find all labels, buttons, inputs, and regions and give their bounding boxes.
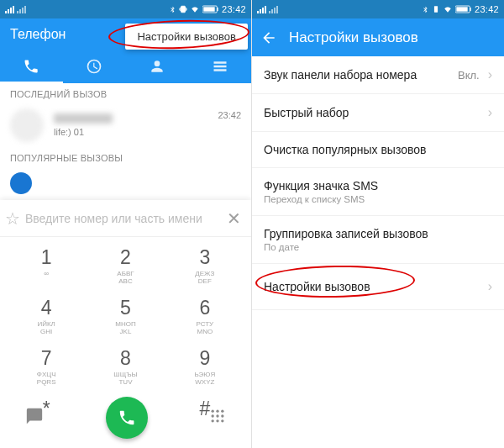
key-6[interactable]: 6РСТУ MNO (165, 291, 244, 341)
contact-name-redacted (54, 113, 113, 124)
close-icon[interactable]: ✕ (223, 205, 244, 232)
row-dialpad-sound[interactable]: Звук панели набора номера Вкл. › (252, 56, 504, 94)
signal-icon-sim2 (17, 5, 26, 13)
key-1[interactable]: 1∞ (7, 240, 85, 291)
sms-icon[interactable] (25, 407, 44, 429)
vibrate-icon (179, 5, 187, 13)
signal-icon-sim2 (269, 5, 278, 13)
contact-avatar (10, 108, 44, 142)
row-group-calls[interactable]: Группировка записей вызовов По дате (252, 216, 504, 264)
svg-point-11 (221, 419, 223, 422)
dialer-search-row: ☆ ✕ (0, 200, 251, 237)
star-icon[interactable]: ☆ (5, 208, 20, 229)
row-call-settings[interactable]: Настройки вызовов › (252, 264, 504, 310)
overflow-popup-call-settings[interactable]: Настройки вызовов (125, 24, 248, 50)
clock-text: 23:42 (222, 4, 246, 14)
tabs (0, 50, 251, 83)
chevron-right-icon: › (488, 279, 492, 294)
app-title: Телефон (10, 27, 66, 42)
phone-screen-dialer: 23:42 Телефон Настройки вызовов (0, 0, 252, 448)
svg-point-10 (216, 419, 218, 422)
clock-text: 23:42 (475, 4, 499, 14)
call-time: 23:42 (218, 110, 241, 120)
overflow-popup-label: Настройки вызовов (137, 30, 236, 43)
chevron-right-icon: › (488, 105, 492, 120)
key-4[interactable]: 4ИЙКЛ GHI (7, 291, 85, 341)
dialer-panel: ☆ ✕ 1∞ 2АБВГ ABC 3ДЕЖЗ DEF 4ИЙКЛ GHI 5МН… (0, 200, 251, 448)
popular-call-item[interactable] (0, 167, 251, 196)
svg-rect-14 (470, 8, 470, 11)
appbar: Настройки вызовов (252, 18, 504, 56)
svg-point-7 (216, 414, 218, 417)
phone-screen-call-settings: 23:42 Настройки вызовов Звук панели набо… (252, 0, 504, 448)
back-icon[interactable] (260, 29, 277, 46)
svg-rect-2 (203, 7, 214, 11)
section-popular: ПОПУЛЯРНЫЕ ВЫЗОВЫ (0, 147, 251, 167)
appbar: Телефон Настройки вызовов (0, 18, 251, 50)
wifi-icon (443, 5, 453, 13)
section-last-call: ПОСЛЕДНИЙ ВЫЗОВ (0, 83, 251, 103)
dialer-search-input[interactable] (25, 212, 223, 225)
svg-point-5 (221, 410, 223, 413)
tab-contacts[interactable] (126, 50, 189, 83)
signal-icon (257, 5, 266, 13)
svg-point-4 (216, 410, 218, 413)
value-text: Вкл. (458, 69, 480, 82)
svg-point-3 (212, 410, 214, 413)
call-button[interactable] (106, 397, 148, 439)
call-log-item[interactable]: life:) 01 23:42 (0, 103, 251, 147)
key-7[interactable]: 7ФХЦЧ PQRS (7, 341, 85, 392)
svg-point-8 (221, 414, 223, 417)
tab-indicator (0, 82, 63, 83)
row-speed-dial[interactable]: Быстрый набор › (252, 94, 504, 132)
svg-point-6 (212, 414, 214, 417)
row-clear-popular[interactable]: Очистка популярных вызовов (252, 132, 504, 168)
tab-recent[interactable] (63, 50, 126, 83)
dialpad-icon[interactable] (209, 408, 226, 428)
contact-avatar (10, 172, 32, 194)
chevron-right-icon: › (488, 67, 492, 82)
statusbar: 23:42 (0, 0, 251, 18)
statusbar: 23:42 (252, 0, 504, 18)
svg-rect-12 (434, 6, 438, 13)
wifi-icon (190, 5, 200, 13)
battery-icon (202, 5, 219, 13)
row-sms-badge[interactable]: Функция значка SMS Переход к списку SMS (252, 168, 504, 216)
battery-icon (455, 5, 472, 13)
key-9[interactable]: 9ЬЭЮЯ WXYZ (165, 341, 244, 392)
signal-icon (5, 5, 14, 13)
key-2[interactable]: 2АБВГ ABC (87, 240, 165, 291)
bluetooth-icon (169, 5, 176, 14)
svg-rect-1 (217, 8, 218, 11)
vibrate-icon (432, 5, 440, 13)
tab-phone[interactable] (0, 50, 63, 83)
svg-point-9 (212, 419, 214, 422)
page-title: Настройки вызовов (289, 29, 418, 46)
call-operator-label: life:) 01 (54, 127, 218, 137)
key-8[interactable]: 8ШЩЪЫ TUV (87, 341, 165, 392)
key-3[interactable]: 3ДЕЖЗ DEF (165, 240, 244, 291)
key-5[interactable]: 5МНОП JKL (87, 291, 165, 341)
settings-list: Звук панели набора номера Вкл. › Быстрый… (252, 56, 504, 310)
bluetooth-icon (422, 5, 429, 14)
tab-groups[interactable] (188, 50, 251, 83)
svg-rect-15 (456, 7, 467, 11)
